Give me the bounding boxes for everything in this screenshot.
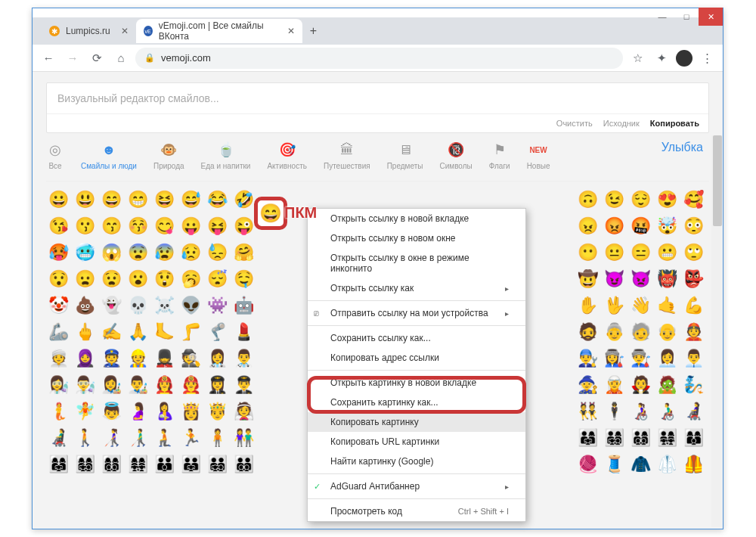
emoji-cell[interactable]: 🦺 [681, 452, 705, 476]
category-nature[interactable]: 🐵Природа [153, 141, 184, 170]
context-item[interactable]: Копировать картинку [308, 412, 525, 432]
emoji-cell[interactable]: 😶 [575, 241, 600, 265]
emoji-cell[interactable]: 👯 [575, 399, 600, 424]
emoji-cell[interactable]: 👩‍🏭 [602, 346, 626, 371]
emoji-cell[interactable]: 👨‍👨‍👦 [152, 452, 176, 476]
emoji-cell[interactable]: 👴 [655, 320, 679, 344]
emoji-cell[interactable]: 😈 [602, 267, 626, 291]
emoji-cell[interactable]: 👺 [681, 267, 705, 291]
emoji-cell[interactable]: 👨‍⚕️ [231, 346, 256, 371]
emoji-cell[interactable]: 👾 [205, 293, 229, 318]
category-travel[interactable]: 🏛Путешествия [324, 141, 370, 170]
emoji-cell[interactable]: 😃 [73, 188, 97, 212]
emoji-cell[interactable]: 🧵 [602, 452, 626, 476]
context-item[interactable]: Открыть ссылку в новом окне [308, 228, 525, 248]
emoji-cell[interactable]: 👨‍🏭 [628, 346, 652, 371]
emoji-cell[interactable]: 👰 [231, 399, 256, 424]
highlighted-emoji[interactable]: 😄 [254, 197, 287, 230]
emoji-cell[interactable]: 😄 [99, 188, 123, 212]
emoji-cell[interactable]: 👼 [99, 399, 123, 424]
emoji-cell[interactable]: 🤙 [655, 293, 679, 318]
extensions-icon[interactable]: ✦ [652, 48, 671, 68]
emoji-cell[interactable]: 😲 [152, 267, 176, 291]
emoji-cell[interactable]: 😳 [681, 214, 705, 238]
emoji-cell[interactable]: 😝 [205, 214, 229, 238]
emoji-cell[interactable]: 😬 [655, 241, 679, 265]
source-button[interactable]: Исходник [603, 119, 640, 128]
context-item[interactable]: Просмотреть кодCtrl + Shift + I [308, 501, 525, 521]
category-symbols[interactable]: 🔞Символы [439, 141, 472, 170]
emoji-cell[interactable]: 😓 [205, 241, 229, 265]
emoji-cell[interactable]: 🥱 [178, 267, 203, 291]
emoji-cell[interactable]: 🥼 [655, 452, 679, 476]
emoji-cell[interactable]: 😛 [178, 214, 203, 238]
emoji-cell[interactable]: 😋 [152, 214, 176, 238]
new-tab-button[interactable]: + [302, 24, 324, 38]
emoji-cell[interactable]: 👨‍💼 [681, 346, 705, 371]
scrollbar-thumb[interactable] [713, 135, 722, 226]
emoji-cell[interactable]: 🧶 [575, 452, 600, 476]
emoji-cell[interactable]: 🧍 [205, 426, 229, 450]
context-item[interactable]: Сохранить ссылку как... [308, 328, 525, 348]
emoji-cell[interactable]: 🚶 [73, 426, 97, 450]
emoji-cell[interactable]: 👨‍🔬 [73, 373, 97, 397]
emoji-cell[interactable]: 🧝 [602, 373, 626, 397]
context-item[interactable]: ⎚Отправить ссылку на мои устройства [308, 303, 525, 323]
profile-avatar[interactable] [676, 50, 692, 67]
emoji-cell[interactable]: 🙃 [575, 188, 600, 212]
emoji-cell[interactable]: 😠 [575, 214, 600, 238]
emoji-cell[interactable]: ✋ [575, 293, 600, 318]
emoji-cell[interactable]: 👩‍⚕️ [205, 346, 229, 371]
emoji-cell[interactable]: 👨‍🔧 [575, 346, 600, 371]
emoji-cell[interactable]: 🤤 [231, 267, 256, 291]
emoji-cell[interactable]: 💀 [125, 293, 150, 318]
emoji-cell[interactable]: 👨‍👨‍👦‍👦 [231, 452, 256, 476]
emoji-cell[interactable]: 🤯 [655, 214, 679, 238]
emoji-cell[interactable]: 👩‍👩‍👧 [46, 452, 70, 476]
emoji-cell[interactable]: 👫 [231, 426, 256, 450]
context-item[interactable]: Открыть ссылку в окне в режиме инкогнито [308, 248, 525, 278]
emoji-cell[interactable]: 👩‍✈️ [205, 373, 229, 397]
context-item[interactable]: Открыть ссылку как [308, 278, 525, 298]
emoji-cell[interactable]: 👨‍🦯 [125, 426, 150, 450]
emoji-cell[interactable]: 🧟 [655, 373, 679, 397]
context-item[interactable]: Открыть картинку в новой вкладке [308, 373, 525, 393]
emoji-cell[interactable]: 😡 [602, 214, 626, 238]
category-flags[interactable]: ⚑Флаги [489, 141, 510, 170]
emoji-cell[interactable]: 👩‍🦼 [681, 399, 705, 424]
menu-icon[interactable]: ⋮ [697, 48, 717, 68]
emoji-cell[interactable]: 👩‍🚒 [152, 373, 176, 397]
emoji-cell[interactable]: 🥵 [46, 241, 70, 265]
category-people[interactable]: ☻Смайлы и люди [81, 141, 137, 170]
emoji-cell[interactable]: 💄 [231, 320, 256, 344]
context-item[interactable]: Копировать URL картинки [308, 432, 525, 452]
emoji-cell[interactable]: 🖕 [73, 320, 97, 344]
emoji-cell[interactable]: 😂 [205, 188, 229, 212]
emoji-cell[interactable]: 😍 [655, 188, 679, 212]
emoji-cell[interactable]: 🦶 [152, 320, 176, 344]
emoji-cell[interactable]: 🤬 [628, 214, 652, 238]
emoji-cell[interactable]: 😐 [602, 241, 626, 265]
emoji-cell[interactable]: 🧙 [575, 373, 600, 397]
emoji-cell[interactable]: 🧛 [628, 373, 652, 397]
category-food[interactable]: 🍵Еда и напитки [201, 141, 251, 170]
url-input[interactable]: 🔒 vemoji.com [135, 48, 623, 69]
emoji-cell[interactable]: 🖖 [602, 293, 626, 318]
reload-button[interactable]: ⟳ [87, 48, 107, 68]
emoji-cell[interactable]: 👩‍🦽 [628, 399, 652, 424]
emoji-cell[interactable]: 👩‍💼 [655, 346, 679, 371]
emoji-cell[interactable]: 🧓 [628, 320, 652, 344]
emoji-cell[interactable]: 😥 [178, 241, 203, 265]
emoji-cell[interactable]: 🤗 [231, 241, 256, 265]
emoji-cell[interactable]: 🦿 [205, 320, 229, 344]
emoji-cell[interactable]: 🙄 [681, 241, 705, 265]
emoji-cell[interactable]: 👩‍🦯 [99, 426, 123, 450]
category-new[interactable]: NEWНовые [527, 141, 550, 170]
emoji-cell[interactable]: 😌 [628, 188, 652, 212]
emoji-cell[interactable]: 😅 [178, 188, 203, 212]
emoji-cell[interactable]: 🥰 [681, 188, 705, 212]
emoji-cell[interactable]: 🧕 [73, 346, 97, 371]
emoji-cell[interactable]: 👳 [46, 346, 70, 371]
emoji-cell[interactable]: 😦 [73, 267, 97, 291]
emoji-cell[interactable]: 🧔 [575, 320, 600, 344]
